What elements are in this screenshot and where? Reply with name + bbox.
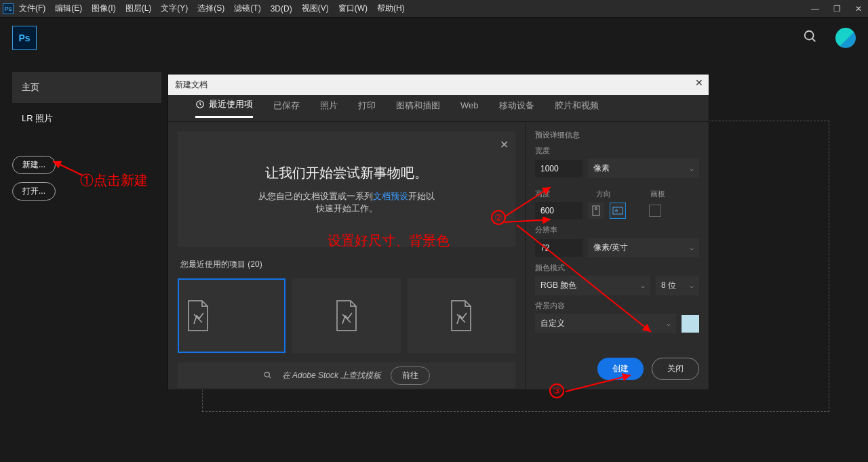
resolution-label: 分辨率 <box>535 225 699 235</box>
tab-print[interactable]: 打印 <box>358 100 376 117</box>
banner-heading: 让我们开始尝试新事物吧。 <box>265 164 428 182</box>
background-label: 背景内容 <box>535 301 699 311</box>
create-button[interactable]: 创建 <box>597 358 644 380</box>
search-icon[interactable] <box>803 29 818 47</box>
tab-art[interactable]: 图稿和插图 <box>396 100 440 117</box>
detail-panel: 预设详细信息 宽度 像素⌵ 高度 方向 画板 分辨率 像素/英寸⌵ <box>525 122 709 390</box>
height-input[interactable] <box>535 202 583 219</box>
tab-film[interactable]: 胶片和视频 <box>555 100 599 117</box>
menu-window[interactable]: 窗口(W) <box>338 3 368 14</box>
sidebar-lr-photos[interactable]: LR 照片 <box>12 103 161 125</box>
color-mode-label: 颜色模式 <box>535 263 699 273</box>
menu-type[interactable]: 文字(Y) <box>161 3 188 14</box>
color-mode-select[interactable]: RGB 颜色⌵ <box>535 276 650 295</box>
banner-line2: 从您自己的文档设置或一系列文档预设开始以 <box>258 190 435 203</box>
tab-mobile[interactable]: 移动设备 <box>499 100 534 117</box>
menu-edit[interactable]: 编辑(E) <box>55 3 82 14</box>
menu-image[interactable]: 图像(I) <box>92 3 115 14</box>
dialog-close-icon[interactable]: ✕ <box>695 77 703 88</box>
resolution-input[interactable] <box>535 239 583 257</box>
menu-select[interactable]: 选择(S) <box>197 3 224 14</box>
dialog-title: 新建文档 <box>175 79 208 91</box>
orientation-landscape[interactable] <box>610 203 626 219</box>
orientation-label: 方向 <box>596 189 637 199</box>
bit-depth-select[interactable]: 8 位⌵ <box>656 276 699 295</box>
user-avatar[interactable] <box>835 28 856 48</box>
preset-card-2[interactable] <box>292 278 400 353</box>
chevron-down-icon: ⌵ <box>690 282 694 289</box>
svg-point-8 <box>616 210 618 212</box>
preset-card-1[interactable] <box>178 278 285 353</box>
window-close-icon[interactable]: ✕ <box>852 4 865 14</box>
tab-recent-label: 最近使用项 <box>209 98 253 110</box>
menu-filter[interactable]: 滤镜(T) <box>234 3 260 14</box>
banner-close-icon[interactable]: ✕ <box>500 138 509 151</box>
banner: ✕ 让我们开始尝试新事物吧。 从您自己的文档设置或一系列文档预设开始以 快速开始… <box>178 131 515 247</box>
chevron-down-icon: ⌵ <box>641 282 645 289</box>
chevron-down-icon: ⌵ <box>690 165 694 172</box>
menu-help[interactable]: 帮助(H) <box>377 3 405 14</box>
width-label: 宽度 <box>535 146 699 156</box>
background-color-swatch[interactable] <box>682 315 699 333</box>
height-label: 高度 <box>535 189 583 199</box>
tab-web[interactable]: Web <box>460 100 479 116</box>
artboard-checkbox[interactable] <box>649 205 661 217</box>
window-restore-icon[interactable]: ❐ <box>830 4 844 14</box>
stock-search-bar: 在 Adobe Stock 上查找模板 前往 <box>178 362 515 388</box>
home-sidebar: 主页 LR 照片 新建... 打开... <box>12 72 161 201</box>
chevron-down-icon: ⌵ <box>667 320 671 327</box>
ps-logo: Ps <box>12 26 37 50</box>
window-minimize-icon[interactable]: — <box>808 4 822 14</box>
menu-3d[interactable]: 3D(D) <box>271 4 292 14</box>
menu-view[interactable]: 视图(V) <box>302 3 329 14</box>
panel-heading: 预设详细信息 <box>535 130 699 140</box>
new-document-dialog: 新建文档 ✕ 最近使用项 已保存 照片 打印 图稿和插图 Web 移动设备 胶片… <box>168 75 709 390</box>
chevron-down-icon: ⌵ <box>690 244 694 251</box>
width-unit-select[interactable]: 像素⌵ <box>588 159 699 178</box>
tab-recent[interactable]: 最近使用项 <box>195 98 253 118</box>
ps-app-icon: Ps <box>3 3 14 14</box>
background-select[interactable]: 自定义⌵ <box>535 314 676 333</box>
recent-label: 您最近使用的项目 (20) <box>180 259 515 270</box>
svg-line-1 <box>812 39 816 42</box>
banner-line3: 快速开始工作。 <box>316 203 378 215</box>
svg-line-4 <box>269 376 271 378</box>
app-toolbar: Ps <box>0 18 868 58</box>
close-button[interactable]: 关闭 <box>652 358 699 380</box>
stock-placeholder[interactable]: 在 Adobe Stock 上查找模板 <box>282 370 382 381</box>
preset-card-3[interactable] <box>408 278 515 353</box>
resolution-unit-select[interactable]: 像素/英寸⌵ <box>588 238 699 257</box>
banner-preset-link[interactable]: 文档预设 <box>373 191 408 201</box>
stock-go-button[interactable]: 前往 <box>391 366 430 385</box>
dialog-titlebar: 新建文档 ✕ <box>168 75 709 95</box>
open-button[interactable]: 打开... <box>12 182 56 201</box>
new-button[interactable]: 新建... <box>12 156 56 174</box>
sidebar-home[interactable]: 主页 <box>12 72 161 103</box>
search-icon <box>263 371 273 380</box>
svg-point-0 <box>805 31 814 40</box>
tab-saved[interactable]: 已保存 <box>273 100 300 117</box>
width-input[interactable] <box>535 160 583 177</box>
dialog-left-pane: ✕ 让我们开始尝试新事物吧。 从您自己的文档设置或一系列文档预设开始以 快速开始… <box>168 122 525 390</box>
dialog-tabs: 最近使用项 已保存 照片 打印 图稿和插图 Web 移动设备 胶片和视频 <box>168 95 709 122</box>
svg-point-6 <box>595 208 597 210</box>
menu-file[interactable]: 文件(F) <box>19 3 45 14</box>
orientation-portrait[interactable] <box>588 203 604 219</box>
tab-photo[interactable]: 照片 <box>320 100 338 117</box>
menubar: Ps 文件(F) 编辑(E) 图像(I) 图层(L) 文字(Y) 选择(S) 滤… <box>0 0 868 18</box>
artboard-label: 画板 <box>650 189 665 199</box>
menu-layer[interactable]: 图层(L) <box>125 3 152 14</box>
